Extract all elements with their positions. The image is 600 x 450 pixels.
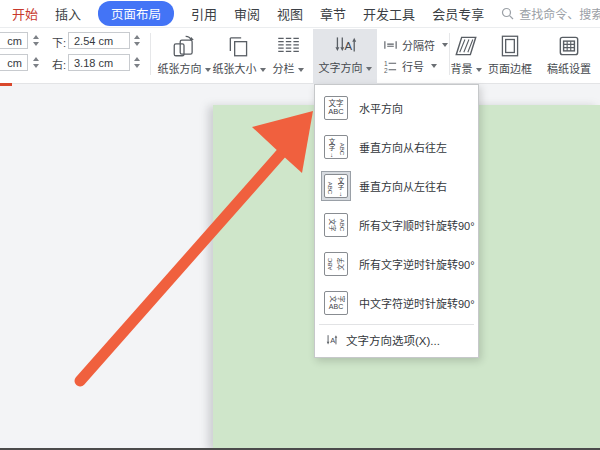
paper-size-button[interactable]: 纸张大小 (212, 30, 266, 82)
command-search-box[interactable]: 查找命令、搜索模板 (501, 5, 600, 22)
dropdown-item-label: 所有文字顺时针旋转90° (359, 217, 475, 233)
columns-button[interactable]: 分栏 (266, 30, 310, 82)
dropdown-item-options[interactable]: A 文字方向选项(X)... (315, 327, 478, 353)
stepper-up-icon[interactable] (33, 35, 39, 39)
svg-text:A: A (330, 336, 335, 345)
dropdown-item-rotate-all-ccw[interactable]: ABC文字 所有文字逆时针旋转90° (315, 244, 478, 283)
page-border-label: 页面边框 (488, 63, 532, 75)
dropdown-item-horizontal[interactable]: 文字ABC 水平方向 (315, 88, 478, 127)
text-direction-button[interactable]: A 文字方向 (313, 29, 377, 84)
dropdown-item-rotate-all-cw[interactable]: 文字ABC 所有文字顺时针旋转90° (315, 205, 478, 244)
columns-label: 分栏 (273, 63, 295, 75)
icon-cell: 文字↓ABC (321, 132, 351, 162)
right-margin-label: 右: (52, 56, 66, 72)
bottom-margin-value: 2.54 cm (74, 35, 113, 47)
tab-dev-tools[interactable]: 开发工具 (363, 4, 415, 23)
paper-orientation-button[interactable]: 纸张方向 (155, 30, 213, 82)
text-direction-label: 文字方向 (319, 62, 363, 74)
right-margin-stepper (131, 54, 143, 71)
toolbar-divider (150, 33, 151, 75)
margin-field-top-partial[interactable]: cm (0, 32, 28, 49)
separator-button[interactable]: 分隔符 (383, 37, 448, 53)
ribbon-toolbar: cm 下: 2.54 cm cm 右: 3.18 cm (0, 28, 600, 84)
separator-icon (383, 38, 398, 53)
tab-insert[interactable]: 插入 (55, 4, 81, 23)
icon-cell: 文字 ABC (321, 288, 351, 318)
vertical-rtl-icon: 文字↓ABC (324, 135, 348, 159)
horizontal-text-icon: 文字ABC (324, 96, 348, 120)
svg-text:1: 1 (384, 59, 388, 66)
stepper-down-icon[interactable] (33, 42, 39, 46)
grid-paper-button[interactable]: 稿纸设置 (542, 30, 596, 82)
icon-cell: 文字ABC (321, 93, 351, 123)
dropdown-item-vertical-ltr[interactable]: 文字↓ABC 垂直方向从左往右 (315, 166, 478, 205)
wps-writer-window: 开始 插入 页面布局 引用 审阅 视图 章节 开发工具 会员专享 查找命令、搜索… (0, 0, 600, 450)
grid-paper-label: 稿纸设置 (547, 63, 591, 75)
bottom-margin-field[interactable]: 2.54 cm (68, 32, 130, 49)
caret-down-icon (366, 67, 372, 71)
dropdown-item-label: 垂直方向从右往左 (359, 139, 447, 155)
svg-text:A: A (344, 40, 352, 52)
caret-down-icon (298, 68, 304, 72)
paper-orientation-label: 纸张方向 (158, 63, 202, 75)
stepper-up-icon[interactable] (134, 35, 140, 39)
tab-member[interactable]: 会员专享 (432, 4, 484, 23)
margin-field-top-value: cm (7, 35, 22, 47)
line-number-button[interactable]: 1 2 行号 (383, 58, 437, 74)
ruler-margin-marker (0, 83, 12, 86)
caret-down-icon (205, 68, 211, 72)
margin-stepper-bottom (30, 54, 42, 71)
background-button[interactable]: 背景 (442, 30, 490, 82)
vertical-ltr-icon: 文字↓ABC (324, 174, 348, 198)
svg-text:2: 2 (384, 66, 388, 73)
dropdown-item-label: 中文字符逆时针旋转90° (359, 295, 475, 311)
tab-home[interactable]: 开始 (12, 4, 38, 23)
stepper-down-icon[interactable] (134, 42, 140, 46)
search-placeholder: 查找命令、搜索模板 (519, 5, 600, 22)
line-number-label: 行号 (402, 58, 424, 74)
rotate-all-cw-icon: 文字ABC (324, 213, 348, 237)
bottom-margin-stepper (131, 32, 143, 49)
tab-section[interactable]: 章节 (320, 4, 346, 23)
tab-page-layout[interactable]: 页面布局 (98, 1, 174, 26)
icon-cell-selected: 文字↓ABC (321, 171, 351, 201)
paper-orientation-icon (171, 33, 197, 59)
dropdown-item-label: 垂直方向从左往右 (359, 178, 447, 194)
page-border-button[interactable]: 页面边框 (484, 30, 536, 82)
margin-stepper-top (30, 32, 42, 49)
margin-field-bottom-partial[interactable]: cm (0, 54, 28, 71)
icon-cell: 文字ABC (321, 210, 351, 240)
grid-paper-icon (556, 33, 582, 59)
stepper-down-icon[interactable] (134, 64, 140, 68)
dropdown-item-rotate-chinese-ccw[interactable]: 文字 ABC 中文字符逆时针旋转90° (315, 283, 478, 322)
caret-down-icon (431, 64, 437, 68)
text-direction-options-icon: A (325, 333, 339, 347)
dropdown-item-label: 水平方向 (359, 100, 403, 116)
columns-icon (275, 33, 301, 59)
paper-size-label: 纸张大小 (213, 63, 257, 75)
line-number-icon: 1 2 (383, 59, 398, 74)
rotate-chinese-ccw-icon: 文字 ABC (324, 291, 348, 315)
stepper-up-icon[interactable] (134, 57, 140, 61)
page-border-icon (497, 33, 523, 59)
tab-reference[interactable]: 引用 (191, 4, 217, 23)
dropdown-item-label: 所有文字逆时针旋转90° (359, 256, 475, 272)
right-margin-value: 3.18 cm (74, 57, 113, 69)
background-label: 背景 (451, 63, 473, 75)
right-margin-field[interactable]: 3.18 cm (68, 54, 130, 71)
rotate-all-ccw-icon: ABC文字 (324, 252, 348, 276)
stepper-down-icon[interactable] (33, 64, 39, 68)
text-direction-dropdown: 文字ABC 水平方向 文字↓ABC 垂直方向从右往左 文字↓ABC 垂直方向从左… (314, 84, 479, 358)
tab-review[interactable]: 审阅 (234, 4, 260, 23)
tab-view[interactable]: 视图 (277, 4, 303, 23)
menu-bar: 开始 插入 页面布局 引用 审阅 视图 章节 开发工具 会员专享 查找命令、搜索… (0, 0, 600, 28)
text-direction-icon: A (332, 32, 358, 58)
caret-down-icon (476, 68, 482, 72)
paper-size-icon (226, 33, 252, 59)
background-icon (453, 33, 479, 59)
margin-field-bottom-value: cm (7, 57, 22, 69)
dropdown-separator (319, 324, 474, 325)
caret-down-icon (260, 68, 266, 72)
dropdown-item-vertical-rtl[interactable]: 文字↓ABC 垂直方向从右往左 (315, 127, 478, 166)
stepper-up-icon[interactable] (33, 57, 39, 61)
